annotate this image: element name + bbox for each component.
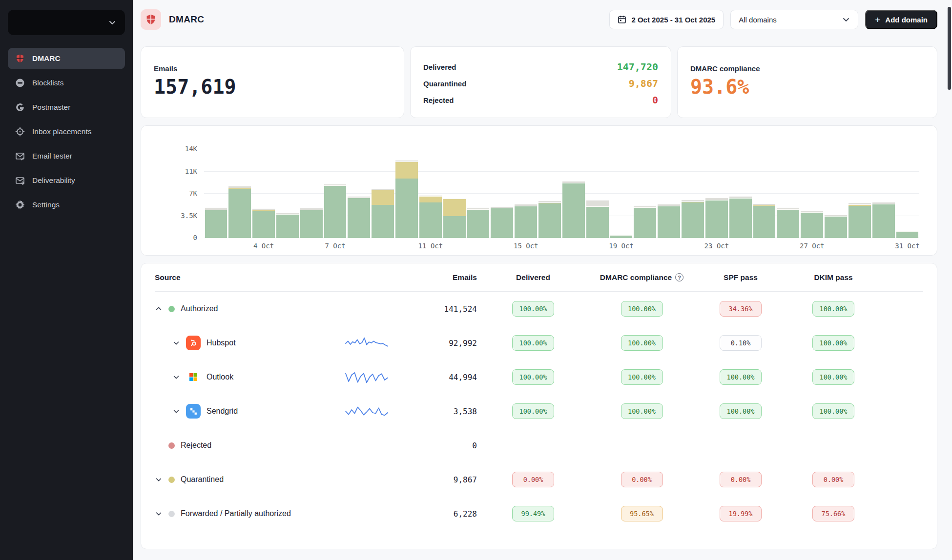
bar-20-oct[interactable] (633, 149, 657, 238)
bar-9-oct[interactable] (371, 149, 395, 238)
bar-21-oct[interactable] (657, 149, 681, 238)
bar-11-oct[interactable] (418, 149, 442, 238)
delivered-badge: 100.00% (512, 335, 554, 351)
dmarc-badge: 100.00% (621, 301, 663, 317)
bar-29-oct[interactable] (848, 149, 871, 238)
segment-authorized (300, 210, 323, 238)
table-row-authorized: Authorized 141,524 100.00% 100.00% 34.36… (155, 292, 923, 326)
bar-24-oct[interactable] (728, 149, 752, 238)
bar-3-oct[interactable] (228, 149, 252, 238)
bar-26-oct[interactable] (776, 149, 800, 238)
bars-container (204, 149, 919, 238)
bar-18-oct[interactable] (585, 149, 609, 238)
quarantined-label: Quarantined (423, 80, 466, 88)
segment-authorized (419, 202, 442, 238)
bar-7-oct[interactable] (323, 149, 347, 238)
mail-arrow-icon (15, 175, 25, 186)
segment-authorized (324, 186, 347, 238)
segment-authorized (467, 210, 490, 239)
help-icon[interactable]: ? (675, 273, 683, 281)
segment-authorized (777, 210, 799, 239)
bar-6-oct[interactable] (299, 149, 323, 238)
delivered-badge: 100.00% (512, 369, 554, 385)
bar-31-oct[interactable] (895, 149, 919, 238)
bar-14-oct[interactable] (490, 149, 514, 238)
scrollbar-thumb[interactable] (948, 7, 951, 90)
collapse-chevron-icon[interactable] (155, 305, 163, 313)
bar-25-oct[interactable] (752, 149, 776, 238)
date-range-button[interactable]: 2 Oct 2025 - 31 Oct 2025 (609, 10, 724, 29)
source-label: Authorized (181, 304, 218, 313)
expand-chevron-icon[interactable] (155, 476, 163, 483)
expand-chevron-icon[interactable] (172, 373, 180, 381)
y-axis-tick: 0 (193, 234, 197, 241)
bar-27-oct[interactable] (800, 149, 824, 238)
sidebar-item-postmaster[interactable]: Postmaster (8, 97, 125, 118)
segment-authorized (276, 215, 299, 238)
segment-authorized (515, 206, 537, 238)
sources-table: Source Emails Delivered DMARC compliance… (141, 263, 937, 549)
delivered-value: 147,720 (617, 61, 658, 73)
sidebar-nav: DMARC Blocklists Postmaster Inbox placem… (8, 48, 125, 216)
table-row-forwarded: Forwarded / Partially authorized 6,228 9… (155, 497, 923, 531)
sidebar-item-settings[interactable]: Settings (8, 194, 125, 216)
add-domain-button[interactable]: + Add domain (865, 10, 937, 29)
segment-authorized (538, 203, 561, 239)
bar-12-oct[interactable] (442, 149, 466, 238)
bar-17-oct[interactable] (561, 149, 585, 238)
bar-28-oct[interactable] (824, 149, 848, 238)
dmarc-badge: 95.65% (621, 506, 663, 521)
y-axis-tick: 3.5K (181, 212, 197, 220)
y-axis-tick: 14K (185, 145, 197, 153)
bar-15-oct[interactable] (514, 149, 538, 238)
sidebar-item-deliverability[interactable]: Deliverability (8, 170, 125, 191)
bar-4-oct[interactable] (252, 149, 276, 238)
volume-chart-card: 03.5K7K11K14K4 Oct7 Oct11 Oct15 Oct19 Oc… (141, 125, 937, 256)
expand-chevron-icon[interactable] (155, 510, 163, 518)
workspace-selector[interactable] (8, 10, 125, 35)
gear-icon (15, 200, 25, 210)
authorized-dot (168, 306, 175, 312)
sidebar-item-blocklists[interactable]: Blocklists (8, 72, 125, 94)
bar-5-oct[interactable] (275, 149, 299, 238)
sidebar-item-label: Inbox placements (32, 127, 92, 136)
stacked-bar-chart[interactable]: 03.5K7K11K14K4 Oct7 Oct11 Oct15 Oct19 Oc… (204, 149, 919, 238)
rejected-label: Rejected (423, 96, 454, 104)
main-content: DMARC 2 Oct 2025 - 31 Oct 2025 All domai… (133, 0, 952, 560)
spf-badge: 0.00% (720, 472, 762, 487)
bar-16-oct[interactable] (538, 149, 562, 238)
bar-13-oct[interactable] (466, 149, 490, 238)
dkim-badge: 100.00% (812, 403, 854, 419)
col-source: Source (155, 273, 409, 282)
segment-quarantined (395, 161, 418, 179)
segment-authorized (825, 217, 847, 238)
bar-2-oct[interactable] (204, 149, 228, 238)
bar-19-oct[interactable] (609, 149, 633, 238)
domains-select[interactable]: All domains (730, 10, 858, 29)
expand-chevron-icon[interactable] (172, 407, 180, 415)
expand-chevron-icon[interactable] (172, 339, 180, 347)
x-axis-tick: 31 Oct (895, 242, 920, 250)
segment-authorized (372, 205, 394, 238)
shield-icon (145, 14, 157, 25)
sidebar-item-label: Blocklists (32, 79, 64, 87)
bar-30-oct[interactable] (871, 149, 895, 238)
dkim-badge: 100.00% (812, 335, 854, 351)
sidebar-item-dmarc[interactable]: DMARC (8, 48, 125, 69)
delivered-badge: 100.00% (512, 301, 554, 317)
col-spf-pass: SPF pass (694, 273, 787, 282)
sidebar-item-inbox-placements[interactable]: Inbox placements (8, 121, 125, 142)
segment-authorized (205, 210, 228, 238)
bar-10-oct[interactable] (395, 149, 419, 238)
source-label: Hubspot (207, 339, 236, 347)
bar-8-oct[interactable] (347, 149, 371, 238)
hubspot-icon (186, 336, 201, 350)
bar-23-oct[interactable] (704, 149, 728, 238)
segment-authorized (729, 199, 752, 238)
segment-authorized (443, 216, 466, 239)
emails-count: 3,538 (409, 407, 477, 416)
segment-authorized (348, 198, 370, 238)
bar-22-oct[interactable] (681, 149, 705, 238)
sidebar-item-email-tester[interactable]: Email tester (8, 145, 125, 167)
spf-badge: 100.00% (720, 369, 762, 385)
